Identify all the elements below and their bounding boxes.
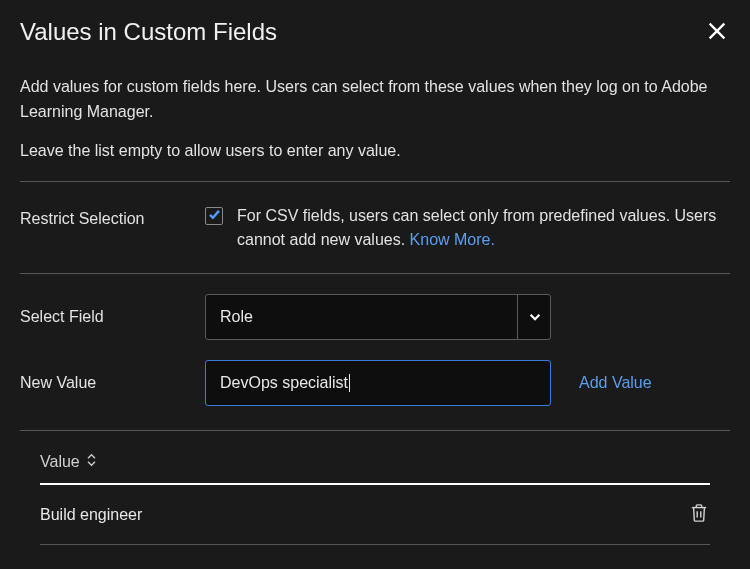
select-field-label: Select Field (20, 308, 205, 326)
new-value-row: New Value DevOps specialist Add Value (20, 360, 730, 430)
close-icon (706, 20, 728, 45)
subdescription-text: Leave the list empty to allow users to e… (20, 139, 730, 163)
select-field-dropdown[interactable]: Role (205, 294, 551, 340)
select-field-row: Select Field Role (20, 274, 730, 360)
restrict-selection-row: Restrict Selection For CSV fields, users… (20, 182, 730, 274)
delete-value-button[interactable] (688, 501, 710, 528)
text-caret (349, 374, 350, 392)
know-more-link[interactable]: Know More. (410, 231, 495, 248)
add-value-button[interactable]: Add Value (579, 374, 652, 392)
modal-title: Values in Custom Fields (20, 18, 277, 46)
trash-icon (690, 503, 708, 526)
new-value-input[interactable]: DevOps specialist (205, 360, 551, 406)
check-icon (208, 207, 221, 225)
close-button[interactable] (704, 18, 730, 47)
custom-fields-modal: Values in Custom Fields Add values for c… (0, 0, 750, 569)
new-value-label: New Value (20, 374, 205, 392)
new-value-input-wrapper: DevOps specialist Add Value (205, 360, 730, 406)
sort-icon (86, 453, 97, 471)
value-row: Build engineer (40, 485, 710, 545)
values-header-label: Value (40, 453, 80, 471)
restrict-selection-label: Restrict Selection (20, 204, 205, 228)
modal-header: Values in Custom Fields (20, 18, 730, 47)
select-field-wrapper: Role (205, 294, 551, 340)
restrict-checkbox-text: For CSV fields, users can select only fr… (237, 204, 730, 254)
values-column-header[interactable]: Value (40, 431, 710, 483)
restrict-checkbox[interactable] (205, 207, 223, 225)
new-value-input-text: DevOps specialist (220, 374, 348, 392)
select-field-value: Role (220, 308, 253, 326)
description-text: Add values for custom fields here. Users… (20, 75, 730, 125)
value-name: Build engineer (40, 506, 142, 524)
values-list-section: Value Build engineer (20, 431, 730, 545)
restrict-checkbox-wrapper: For CSV fields, users can select only fr… (205, 204, 730, 254)
